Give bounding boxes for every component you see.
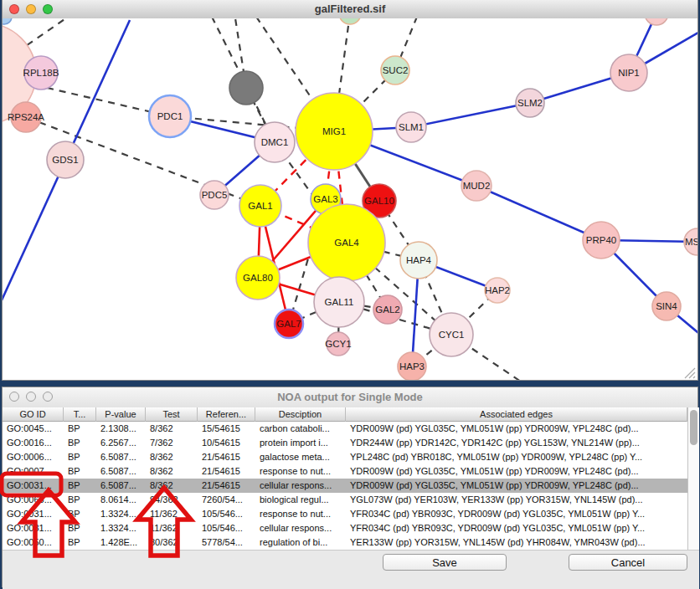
table-cell: galactose meta... (255, 450, 346, 464)
node-label-CYC1: CYC1 (439, 330, 465, 340)
table-row[interactable]: GO:0031...BP1.3324...11/362105/546...res… (3, 507, 687, 521)
table-cell: BP (64, 535, 96, 550)
node-label-GAL4: GAL4 (334, 238, 359, 248)
table-cell: protein import i... (255, 436, 346, 450)
table-body: GO:0045...BP2.1308...8/36215/54615carbon… (3, 422, 687, 550)
node-label-MSL1: MSL1 (685, 237, 697, 247)
table-cell: 21/54615 (198, 450, 255, 464)
table-header[interactable]: GO IDT...P-valueTestReferen...Desciption… (3, 407, 699, 422)
network-titlebar[interactable]: galFiltered.sif (3, 0, 697, 19)
table-cell: GO:0031... (3, 479, 64, 493)
node-label-DMC1: DMC1 (261, 137, 289, 147)
table-row[interactable]: GO:0050...BP1.428E...80/3625778/54...reg… (3, 535, 687, 550)
table-cell: BP (64, 507, 96, 521)
node-label-HAP3: HAP3 (399, 361, 425, 371)
column-header-2[interactable]: P-value (96, 407, 146, 422)
node-gray1[interactable] (229, 71, 263, 105)
node-label-GAL1: GAL1 (248, 201, 272, 211)
table-cell: YDR009W (pd) YGL035C, YML051W (pp) YDR00… (346, 464, 687, 479)
resize-grip-icon[interactable] (683, 366, 696, 379)
node-green1[interactable] (339, 18, 361, 24)
table-cell: 8.0614... (96, 493, 146, 507)
noa-titlebar[interactable]: NOA output for Single Mode (3, 387, 697, 408)
table-cell: 1.3324... (96, 507, 146, 521)
table-cell: cellular respons... (255, 479, 346, 493)
network-graph: RPL18BRPS24AGDS1PDC1PDC5DMC1MIG1SUC2SLM1… (3, 18, 697, 380)
table-row[interactable]: GO:0045...BP2.1308...8/36215/54615carbon… (3, 422, 687, 436)
node-label-GAL11: GAL11 (325, 297, 354, 307)
table-row[interactable]: GO:0016...BP6.2567...7/36210/54615protei… (3, 436, 687, 450)
table-cell: YPL248C (pd) YBR018C, YML051W (pp) YDR00… (346, 450, 687, 464)
table-row[interactable]: GO:0006...BP6.5087...8/36221/54615galact… (3, 450, 687, 464)
node-label-SLM2: SLM2 (517, 98, 543, 108)
table-cell: regulation of bi... (255, 535, 346, 550)
table-row[interactable]: GO:0031...BP6.5087...8/36221/54615cellul… (3, 479, 687, 493)
node-label-SIN4: SIN4 (656, 301, 677, 311)
table-row[interactable]: GO:0007...BP6.5087...8/36221/54615respon… (3, 464, 687, 479)
network-window-title: galFiltered.sif (3, 3, 697, 15)
table-cell: BP (64, 479, 96, 493)
column-header-3[interactable]: Test (146, 407, 198, 422)
table-cell: YDR009W (pd) YGL035C, YML051W (pp) YDR00… (346, 479, 687, 493)
node-label-SLM1: SLM1 (399, 122, 424, 132)
column-header-5[interactable]: Desciption (255, 407, 346, 422)
node-label-MIG1: MIG1 (322, 126, 346, 136)
column-header-1[interactable]: T... (64, 407, 96, 422)
table-cell: 8/362 (146, 479, 198, 493)
table-row[interactable]: GO:0031...BP1.3324...11/362105/546...cel… (3, 521, 687, 535)
network-edge[interactable] (411, 103, 530, 127)
network-canvas[interactable]: RPL18BRPS24AGDS1PDC1PDC5DMC1MIG1SUC2SLM1… (3, 18, 697, 380)
cancel-button[interactable]: Cancel (569, 554, 687, 571)
column-header-6[interactable]: Associated edges (346, 407, 687, 422)
table-cell: 94/362 (146, 493, 198, 507)
table-cell: BP (64, 521, 96, 535)
node-label-HAP4: HAP4 (406, 255, 432, 265)
table-cell: 6.5087... (96, 479, 146, 493)
node-label-PDC1: PDC1 (157, 111, 183, 121)
node-label-PDC5: PDC5 (202, 190, 228, 200)
node-blueTL[interactable] (3, 18, 12, 24)
table-cell: BP (64, 422, 96, 436)
node-label-HAP2: HAP2 (485, 285, 510, 295)
table-cell: GO:0045... (3, 422, 64, 436)
table-cell: GO:0007... (3, 464, 64, 479)
table-cell: 7260/54... (198, 493, 255, 507)
table-cell: GO:0031... (3, 521, 64, 535)
save-button[interactable]: Save (383, 554, 507, 571)
network-edge[interactable] (476, 186, 601, 240)
node-label-GAL2: GAL2 (375, 305, 399, 315)
table-scrollbar[interactable] (687, 407, 699, 550)
table-cell: YER133W (pp) YOR315W, YNL145W (pd) YHR08… (346, 535, 687, 550)
table-cell: 80/362 (146, 535, 198, 550)
column-header-0[interactable]: GO ID (3, 407, 64, 422)
node-pinkTR[interactable] (645, 18, 668, 25)
table-cell: 8/362 (146, 450, 198, 464)
node-label-GAL3: GAL3 (313, 194, 337, 204)
table-cell: response to nut... (255, 464, 346, 479)
table-cell: BP (64, 436, 96, 450)
table-cell: GO:0016... (3, 436, 64, 450)
table-cell: 105/546... (198, 521, 255, 535)
table-cell: YDR009W (pd) YGL035C, YML051W (pp) YDR00… (346, 422, 687, 436)
table-cell: BP (64, 464, 96, 479)
table-cell: 105/546... (198, 507, 255, 521)
table-cell: 8/362 (146, 422, 198, 436)
table-cell: GO:0050... (3, 535, 64, 550)
column-header-4[interactable]: Referen... (198, 407, 255, 422)
table-row[interactable]: GO:0065...BP8.0614...94/3627260/54...bio… (3, 493, 687, 507)
node-label-GDS1: GDS1 (52, 155, 78, 165)
table-cell: 10/54615 (198, 436, 255, 450)
node-label-NIP1: NIP1 (618, 68, 640, 78)
table-cell: 1.428E... (96, 535, 146, 550)
table-cell: 5778/54... (198, 535, 255, 550)
node-label-MUD2: MUD2 (463, 181, 491, 191)
table-cell: BP (64, 450, 96, 464)
table-cell: 21/54615 (198, 464, 255, 479)
table-cell: YFR034C (pd) YBR093C, YDR009W (pd) YGL03… (346, 521, 687, 535)
scrollbar-thumb[interactable] (690, 410, 697, 445)
noa-output-window: NOA output for Single Mode GO IDT...P-va… (2, 387, 698, 587)
table-cell: YDR244W (pp) YDR142C, YDR142C (pp) YGL15… (346, 436, 687, 450)
table-cell: 8/362 (146, 464, 198, 479)
node-label-GAL7: GAL7 (276, 319, 301, 329)
node-label-GAL80: GAL80 (243, 273, 273, 283)
